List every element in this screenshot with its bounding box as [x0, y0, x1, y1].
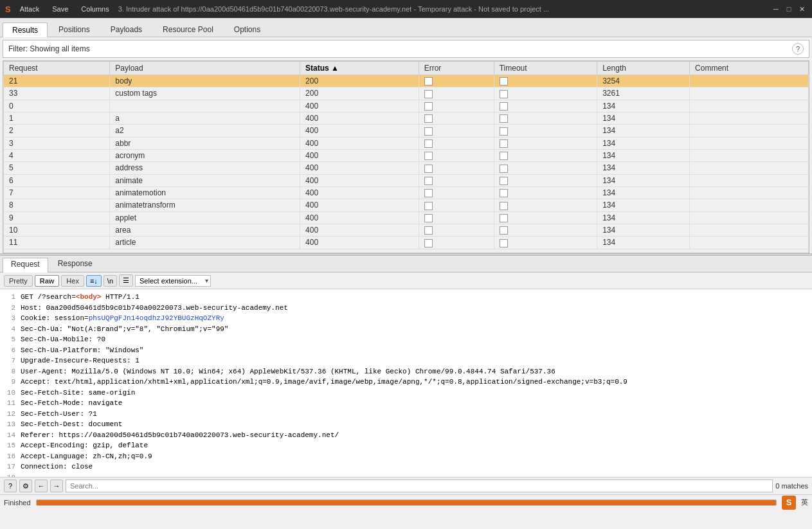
- cell-request: 33: [4, 87, 110, 100]
- table-row[interactable]: 8 animatetransform 400 134: [4, 199, 809, 211]
- back-button[interactable]: ←: [35, 480, 48, 492]
- line-text: Cookie: session=: [21, 313, 89, 324]
- cell-comment: [690, 87, 809, 100]
- line-number: 15: [5, 440, 15, 451]
- table-row[interactable]: 2 a2 400 134: [4, 125, 809, 137]
- table-row[interactable]: 10 area 400 134: [4, 224, 809, 236]
- help-small-button[interactable]: ?: [4, 480, 17, 492]
- cell-payload: acronym: [110, 149, 300, 161]
- help-button[interactable]: ?: [792, 43, 804, 55]
- request-line: 6Sec-Ch-Ua-Platform: "Windows": [5, 345, 807, 356]
- table-row[interactable]: 5 address 400 134: [4, 162, 809, 174]
- cell-payload: body: [110, 75, 300, 87]
- table-row[interactable]: 21 body 200 3254: [4, 75, 809, 87]
- tab-request[interactable]: Request: [3, 258, 48, 273]
- cell-error: [419, 237, 494, 249]
- window-controls: ─ □ ✕: [771, 4, 807, 14]
- tab-results[interactable]: Results: [3, 22, 48, 37]
- line-text: Upgrade-Insecure-Requests: 1: [21, 355, 140, 366]
- search-input[interactable]: [66, 480, 773, 492]
- statusbar: Finished S 英: [0, 494, 812, 510]
- col-comment[interactable]: Comment: [690, 62, 809, 75]
- table-row[interactable]: 3 abbr 400 134: [4, 137, 809, 149]
- request-line: 3Cookie: session=phsUQPgFJn14oqdhzJ92YBU…: [5, 313, 807, 324]
- cell-timeout: [494, 237, 597, 249]
- list-button[interactable]: ☰: [119, 274, 133, 287]
- table-row[interactable]: 7 animatemotion 400 134: [4, 186, 809, 199]
- cell-request: 10: [4, 224, 110, 236]
- col-timeout[interactable]: Timeout: [494, 62, 597, 75]
- table-body: 21 body 200 3254 33 custom tags 200 3261…: [4, 75, 809, 254]
- tab-options[interactable]: Options: [224, 22, 270, 37]
- pretty-button[interactable]: Pretty: [4, 275, 33, 287]
- cell-request: 0: [4, 100, 110, 112]
- request-line: 12Sec-Fetch-User: ?1: [5, 409, 807, 420]
- cell-status: 200: [300, 87, 419, 100]
- cell-status: 400: [300, 112, 419, 124]
- line-text: Sec-Ch-Ua-Mobile: ?0: [21, 334, 105, 345]
- tab-resource-pool[interactable]: Resource Pool: [153, 22, 223, 37]
- gear-button[interactable]: ⚙: [19, 480, 32, 492]
- cell-error: [419, 87, 494, 100]
- request-line: 5Sec-Ch-Ua-Mobile: ?0: [5, 334, 807, 345]
- bottom-panel: Request Response Pretty Raw Hex ≡↓ \n ☰ …: [0, 256, 812, 494]
- tab-response[interactable]: Response: [50, 257, 101, 272]
- cell-length: 134: [597, 237, 690, 249]
- col-status[interactable]: Status ▲: [300, 62, 419, 75]
- line-number: 6: [5, 345, 15, 356]
- table-row[interactable]: 33 custom tags 200 3261: [4, 87, 809, 100]
- results-table: Request Payload Status ▲ Error Timeout L…: [3, 61, 809, 253]
- col-payload[interactable]: Payload: [110, 62, 300, 75]
- table-row[interactable]: 4 acronym 400 134: [4, 149, 809, 161]
- table-row[interactable]: 11 article 400 134: [4, 237, 809, 249]
- line-number: 4: [5, 324, 15, 335]
- main-content: Results Positions Payloads Resource Pool…: [0, 18, 812, 510]
- wordwrap-button[interactable]: ≡↓: [86, 275, 102, 287]
- hex-button[interactable]: Hex: [61, 275, 84, 287]
- extension-select[interactable]: Select extension...: [135, 275, 211, 287]
- request-line: 10Sec-Fetch-Site: same-origin: [5, 388, 807, 399]
- cell-error: [419, 211, 494, 224]
- table-row[interactable]: 9 applet 400 134: [4, 211, 809, 224]
- cell-timeout: [494, 125, 597, 137]
- maximize-button[interactable]: □: [784, 4, 794, 14]
- main-tabbar: Results Positions Payloads Resource Pool…: [0, 18, 812, 37]
- forward-button[interactable]: →: [50, 480, 63, 492]
- menu-attack[interactable]: Attack: [16, 4, 44, 14]
- line-text: Sec-Fetch-User: ?1: [21, 409, 97, 420]
- cell-error: [419, 149, 494, 161]
- table-row[interactable]: 1 a 400 134: [4, 112, 809, 124]
- menu-save[interactable]: Save: [48, 4, 72, 14]
- request-line: 1GET /?search=<body> HTTP/1.1: [5, 292, 807, 303]
- menu-columns[interactable]: Columns: [77, 4, 113, 14]
- col-error[interactable]: Error: [419, 62, 494, 75]
- cell-timeout: [494, 162, 597, 174]
- cell-timeout: [494, 87, 597, 100]
- status-text: Finished: [4, 499, 31, 507]
- minimize-button[interactable]: ─: [771, 4, 781, 14]
- cell-length: 134: [597, 224, 690, 236]
- tab-payloads[interactable]: Payloads: [101, 22, 152, 37]
- cell-comment: [690, 199, 809, 211]
- col-request[interactable]: Request: [4, 62, 110, 75]
- table-row[interactable]: 0 400 134: [4, 100, 809, 112]
- cell-request: 1: [4, 112, 110, 124]
- matches-text: 0 matches: [775, 482, 808, 490]
- newline-button[interactable]: \n: [104, 275, 117, 287]
- close-button[interactable]: ✕: [797, 4, 807, 14]
- cell-error: [419, 162, 494, 174]
- line-text: Sec-Ch-Ua-Platform: "Windows": [21, 345, 143, 356]
- tab-positions[interactable]: Positions: [49, 22, 100, 37]
- cell-error: [419, 75, 494, 87]
- line-number: 2: [5, 303, 15, 314]
- cell-status: 400: [300, 162, 419, 174]
- app-icon: S: [5, 4, 11, 14]
- cell-status: 400: [300, 149, 419, 161]
- line-number: 11: [5, 398, 15, 409]
- cell-comment: [690, 211, 809, 224]
- table-row[interactable]: 6 animate 400 134: [4, 174, 809, 186]
- cell-comment: [690, 174, 809, 186]
- col-length[interactable]: Length: [597, 62, 690, 75]
- raw-button[interactable]: Raw: [35, 275, 60, 287]
- cell-payload: animatetransform: [110, 199, 300, 211]
